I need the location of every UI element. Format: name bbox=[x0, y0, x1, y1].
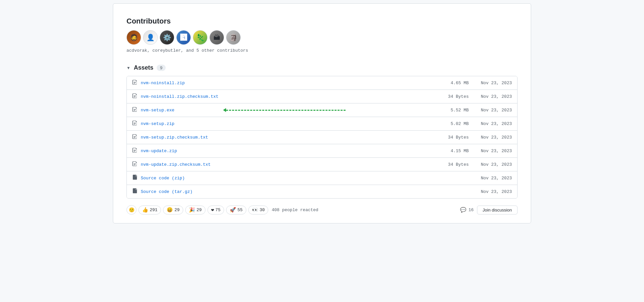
contributor-avatars: 🧔 👤 ⚙️ 🅰 🦎 🏔 🗿 bbox=[126, 30, 518, 45]
reactions-total: 408 people reacted bbox=[272, 208, 318, 212]
asset-filename[interactable]: nvm-update.zip bbox=[141, 149, 436, 153]
smiley-icon: 🙂 bbox=[129, 207, 134, 212]
reaction-emoji: 🚀 bbox=[230, 207, 236, 213]
avatar[interactable]: 🗿 bbox=[226, 30, 241, 45]
asset-filename[interactable]: nvm-setup.zip bbox=[141, 121, 436, 126]
binary-icon bbox=[132, 161, 137, 168]
asset-date: Nov 23, 2023 bbox=[472, 189, 512, 194]
binary-icon bbox=[132, 107, 137, 113]
assets-collapse-icon: ▼ bbox=[126, 66, 130, 70]
avatar[interactable]: ⚙️ bbox=[160, 30, 174, 45]
discussion-count-value: 16 bbox=[468, 208, 474, 212]
reaction-buttons-container: 👍291😄29🎉29❤️75🚀55👀30 bbox=[138, 206, 268, 214]
asset-row[interactable]: nvm-setup.exe 5.52 MBNov 23, 2023 bbox=[127, 103, 517, 117]
avatar[interactable]: 🏔 bbox=[209, 30, 224, 45]
source-icon bbox=[132, 175, 137, 181]
add-reaction-button[interactable]: 🙂 bbox=[126, 205, 136, 214]
asset-date: Nov 23, 2023 bbox=[472, 121, 512, 126]
asset-row[interactable]: nvm-update.zip.checksum.txt34 BytesNov 2… bbox=[127, 158, 517, 171]
assets-list: nvm-noinstall.zip4.65 MBNov 23, 2023nvm-… bbox=[126, 76, 518, 199]
asset-size: 34 Bytes bbox=[439, 162, 469, 167]
asset-filename[interactable]: nvm-update.zip.checksum.txt bbox=[141, 162, 436, 167]
contributors-section: Contributors 🧔 👤 ⚙️ 🅰 🦎 🏔 🗿 bbox=[126, 10, 518, 56]
reaction-emoji: 👀 bbox=[252, 207, 258, 213]
asset-row[interactable]: nvm-setup.zip.checksum.txt34 BytesNov 23… bbox=[127, 131, 517, 144]
reaction-emoji: 🎉 bbox=[189, 207, 195, 213]
avatar[interactable]: 🦎 bbox=[193, 30, 207, 45]
asset-row[interactable]: Source code (zip)Nov 23, 2023 bbox=[127, 171, 517, 185]
contributors-description: acdvorak, coreybutler, and 5 other contr… bbox=[126, 48, 518, 53]
binary-icon bbox=[132, 93, 137, 100]
asset-filename[interactable]: nvm-noinstall.zip.checksum.txt bbox=[141, 94, 436, 99]
reaction-count: 55 bbox=[237, 208, 243, 212]
binary-icon bbox=[132, 120, 137, 127]
reaction-count: 30 bbox=[260, 208, 265, 212]
reaction-count: 29 bbox=[174, 208, 180, 212]
avatar[interactable]: 🧔 bbox=[126, 30, 141, 45]
binary-icon bbox=[132, 80, 137, 86]
avatar[interactable]: 👤 bbox=[143, 30, 158, 45]
asset-size: 34 Bytes bbox=[439, 135, 469, 140]
assets-section: ▼ Assets 9 nvm-noinstall.zip4.65 MBNov 2… bbox=[126, 64, 518, 199]
discussion-count: 💬 16 bbox=[460, 207, 474, 213]
reaction-button[interactable]: ❤️75 bbox=[207, 206, 224, 214]
asset-date: Nov 23, 2023 bbox=[472, 162, 512, 167]
asset-size: 34 Bytes bbox=[439, 94, 469, 99]
reaction-emoji: 😄 bbox=[167, 207, 173, 213]
reaction-emoji: ❤️ bbox=[211, 207, 214, 213]
asset-date: Nov 23, 2023 bbox=[472, 81, 512, 86]
reaction-button[interactable]: 👍291 bbox=[138, 206, 161, 214]
contributors-title: Contributors bbox=[126, 17, 518, 26]
reaction-button[interactable]: 🎉29 bbox=[185, 206, 205, 214]
reaction-button[interactable]: 🚀55 bbox=[226, 206, 246, 214]
asset-filename[interactable]: Source code (zip) bbox=[141, 176, 436, 181]
asset-size: 4.15 MB bbox=[439, 149, 469, 153]
reaction-emoji: 👍 bbox=[142, 207, 148, 213]
binary-icon bbox=[132, 134, 137, 141]
reaction-count: 75 bbox=[215, 208, 221, 212]
asset-filename[interactable]: Source code (tar.gz) bbox=[141, 189, 436, 194]
asset-row[interactable]: nvm-setup.zip5.02 MBNov 23, 2023 bbox=[127, 117, 517, 131]
asset-date: Nov 23, 2023 bbox=[472, 108, 512, 113]
reaction-button[interactable]: 😄29 bbox=[163, 206, 183, 214]
reaction-button[interactable]: 👀30 bbox=[248, 206, 269, 214]
reactions-left: 🙂 👍291😄29🎉29❤️75🚀55👀30 408 people reacte… bbox=[126, 205, 318, 214]
binary-icon bbox=[132, 148, 137, 154]
reaction-count: 29 bbox=[197, 208, 202, 212]
release-page: Contributors 🧔 👤 ⚙️ 🅰 🦎 🏔 🗿 bbox=[113, 3, 531, 223]
comment-icon: 💬 bbox=[460, 207, 466, 213]
reactions-right: 💬 16 Join discussion bbox=[460, 206, 518, 214]
avatar[interactable]: 🅰 bbox=[176, 30, 191, 45]
asset-row[interactable]: nvm-update.zip4.15 MBNov 23, 2023 bbox=[127, 144, 517, 158]
asset-date: Nov 23, 2023 bbox=[472, 176, 512, 181]
asset-filename[interactable]: nvm-setup.zip.checksum.txt bbox=[141, 135, 436, 140]
asset-date: Nov 23, 2023 bbox=[472, 149, 512, 153]
asset-date: Nov 23, 2023 bbox=[472, 135, 512, 140]
reactions-section: 🙂 👍291😄29🎉29❤️75🚀55👀30 408 people reacte… bbox=[126, 201, 518, 216]
join-discussion-button[interactable]: Join discussion bbox=[477, 206, 518, 214]
assets-title: Assets bbox=[134, 64, 153, 71]
asset-size: 4.65 MB bbox=[439, 81, 469, 86]
asset-row[interactable]: nvm-noinstall.zip.checksum.txt34 BytesNo… bbox=[127, 90, 517, 103]
asset-row[interactable]: Source code (tar.gz)Nov 23, 2023 bbox=[127, 185, 517, 198]
reaction-count: 291 bbox=[150, 208, 157, 212]
asset-filename[interactable]: nvm-noinstall.zip bbox=[141, 81, 436, 86]
asset-size: 5.02 MB bbox=[439, 121, 469, 126]
asset-row[interactable]: nvm-noinstall.zip4.65 MBNov 23, 2023 bbox=[127, 76, 517, 90]
dashed-arrow bbox=[223, 108, 346, 112]
asset-size: 5.52 MB bbox=[439, 108, 469, 113]
source-icon bbox=[132, 188, 137, 195]
assets-header[interactable]: ▼ Assets 9 bbox=[126, 64, 518, 71]
assets-count-badge: 9 bbox=[157, 65, 166, 71]
asset-date: Nov 23, 2023 bbox=[472, 94, 512, 99]
